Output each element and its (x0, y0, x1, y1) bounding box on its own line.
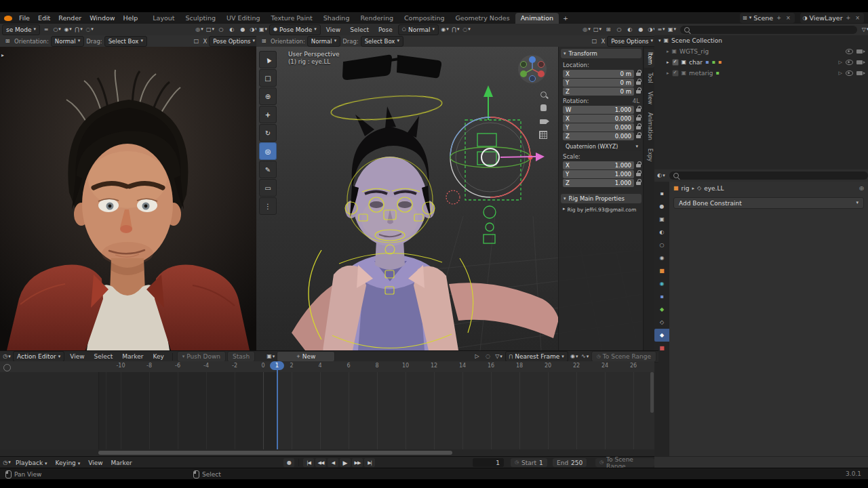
expand-toolbar-arrow[interactable]: ▸ (1, 52, 4, 58)
properties-tab-bone-constraints[interactable] (654, 329, 669, 342)
show-hidden-icon[interactable] (484, 352, 493, 361)
properties-tab-physics[interactable] (654, 277, 669, 290)
view-zoom-widget[interactable] (3, 364, 11, 371)
shading-material-button[interactable] (238, 25, 248, 34)
selectable-icon[interactable] (839, 60, 842, 65)
transform-orientation-button[interactable] (52, 25, 62, 34)
menu-pose[interactable]: Pose (374, 26, 397, 33)
shading-material-button[interactable] (636, 25, 646, 34)
menu-file[interactable]: File (15, 14, 34, 22)
tab-view[interactable]: View (644, 88, 654, 108)
rig-credit-row[interactable]: Rig by jeffri.93@gmail.com (559, 205, 644, 214)
pivot-point-button[interactable] (63, 25, 73, 34)
orientation-dropdown[interactable]: Normal (51, 36, 84, 47)
viewlayer-selector[interactable]: ViewLayer (800, 13, 864, 23)
snap-toggle-button[interactable] (451, 25, 460, 34)
tool-select-tweak[interactable]: ▲ (259, 51, 277, 68)
display-mode-button[interactable] (667, 25, 677, 34)
orientation-dropdown[interactable]: Normal (307, 36, 340, 47)
show-selected-only-icon[interactable] (473, 352, 482, 361)
scale-x-field[interactable]: X1.000 (563, 161, 634, 169)
show-overlays-button[interactable] (593, 25, 602, 34)
pan-hand-icon[interactable] (537, 102, 549, 113)
workspace-tab-animation[interactable]: Animation (515, 13, 559, 24)
tool-move[interactable]: + (259, 106, 277, 123)
tool-measure[interactable]: ▭ (259, 179, 277, 197)
dopesheet-vscrollbar[interactable] (650, 372, 654, 413)
new-scene-button[interactable] (775, 16, 783, 21)
lock-icon[interactable] (636, 173, 641, 176)
start-frame-field[interactable]: Start1 (511, 458, 547, 467)
show-gizmo-button[interactable] (195, 25, 204, 34)
rotation-x-field[interactable]: X0.000 (563, 115, 634, 123)
menu-view[interactable]: View (322, 26, 344, 33)
unlink-scene-button[interactable] (785, 16, 792, 21)
pivot-point-button[interactable] (440, 25, 450, 34)
workspace-tab-rendering[interactable]: Rendering (355, 13, 399, 24)
to-scene-range-button[interactable]: To Scene Range (591, 351, 656, 362)
menu-select[interactable]: Select (90, 353, 117, 360)
workspace-tab-texture-paint[interactable]: Texture Paint (266, 13, 318, 24)
menu-render[interactable]: Render (54, 14, 85, 22)
rotation-z-field[interactable]: Z0.000 (563, 132, 634, 140)
filter-button[interactable] (494, 352, 504, 361)
menu-edit[interactable]: Edit (34, 14, 54, 22)
tab-expy[interactable]: Expy (644, 145, 654, 165)
disable-render-icon[interactable] (856, 49, 863, 54)
breadcrumb-bone[interactable]: eye.LL (704, 185, 724, 192)
editor-type-button[interactable] (656, 25, 666, 34)
lock-icon[interactable] (636, 108, 641, 112)
xray-toggle-button[interactable] (604, 25, 613, 34)
current-frame-field[interactable]: 1 (473, 458, 504, 467)
add-bone-constraint-button[interactable]: Add Bone Constraint (673, 197, 864, 209)
menu-view[interactable]: View (84, 460, 106, 466)
pin-icon[interactable] (859, 186, 864, 191)
properties-tab-render[interactable] (654, 200, 669, 213)
dopesheet-mode-dropdown[interactable]: Action Editor (13, 351, 64, 362)
proportional-edit-button[interactable] (570, 352, 579, 361)
location-z-field[interactable]: Z0 m (563, 87, 634, 96)
hide-eye-icon[interactable] (846, 49, 853, 54)
outliner-search-input[interactable] (680, 26, 857, 34)
properties-tab-object-data[interactable] (654, 303, 669, 316)
collection-checkbox[interactable]: ✓ (672, 59, 679, 66)
interpolation-button[interactable] (580, 352, 590, 361)
menu-keying[interactable]: Keying (52, 460, 85, 466)
menu-view[interactable]: View (66, 353, 88, 360)
header-menu-button[interactable] (41, 25, 51, 34)
rotation-w-field[interactable]: W1.000 (563, 106, 634, 114)
jump-to-end-button[interactable]: ▶| (364, 458, 375, 467)
scale-y-field[interactable]: Y1.000 (563, 170, 634, 178)
hide-eye-icon[interactable] (846, 60, 853, 65)
menu-marker[interactable]: Marker (118, 353, 147, 360)
tool-cursor[interactable]: ⊕ (259, 87, 277, 105)
drag-dropdown[interactable]: Select Box (104, 36, 147, 47)
camera-view-icon[interactable] (537, 116, 549, 127)
selectable-icon[interactable] (839, 71, 842, 76)
lock-icon[interactable] (636, 182, 641, 185)
properties-search-input[interactable] (669, 171, 868, 180)
editor-type-button[interactable] (2, 352, 12, 361)
browse-action-button[interactable] (266, 352, 275, 361)
outliner-row-metarig[interactable]: ✓ metarig (654, 68, 868, 79)
tool-select-box[interactable]: □ (259, 69, 277, 87)
pose-options-dropdown[interactable]: Pose Options (209, 36, 259, 47)
editor-type-button[interactable] (2, 458, 12, 467)
dopesheet-hscrollbar[interactable] (0, 449, 654, 456)
menu-key[interactable]: Key (149, 353, 167, 360)
properties-tab-constraints[interactable] (654, 290, 669, 303)
hide-eye-icon[interactable] (846, 70, 853, 76)
editor-type-button[interactable] (656, 171, 666, 180)
tool-extras[interactable]: ⋮ (259, 197, 277, 215)
lock-icon[interactable] (636, 73, 641, 76)
tool-annotate[interactable]: ✎ (259, 161, 277, 178)
properties-tab-bone[interactable] (654, 316, 669, 329)
workspace-tab-uv-editing[interactable]: UV Editing (221, 13, 266, 24)
to-scene-range-button[interactable]: To Scene Range (595, 458, 654, 467)
stash-button[interactable]: Stash (227, 351, 255, 362)
mirror-x-toggle[interactable]: X (203, 38, 207, 45)
mode-dropdown[interactable]: se Mode (2, 24, 40, 35)
tool-transform[interactable]: ◎ (259, 142, 277, 160)
current-frame-badge[interactable]: 1 (270, 361, 284, 370)
workspace-tab-sculpting[interactable]: Sculpting (180, 13, 221, 24)
